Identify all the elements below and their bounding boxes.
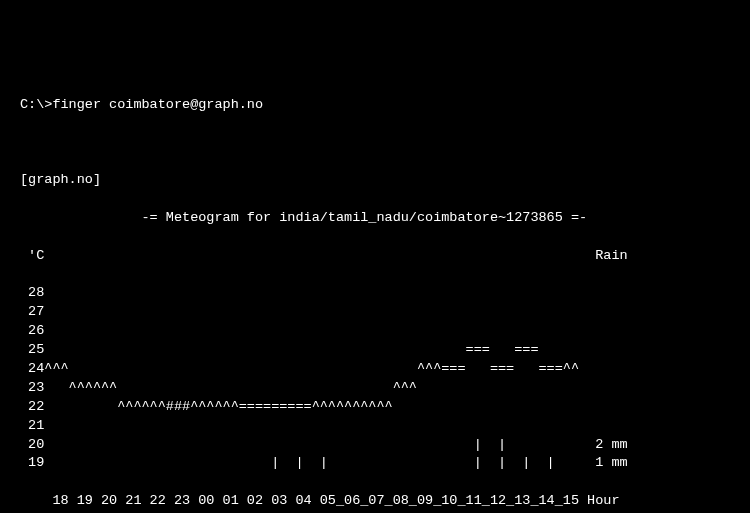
chart-row-26: 26 (20, 322, 730, 341)
meteogram-chart: 28 27 26 (20, 284, 730, 473)
chart-row-27: 27 (20, 303, 730, 322)
chart-row-25: 25 === === (20, 341, 730, 360)
chart-row-22: 22 ^^^^^^###^^^^^^=========^^^^^^^^^^ (20, 398, 730, 417)
chart-row-23: 23 ^^^^^^ ^^^ (20, 379, 730, 398)
command-prompt: C:\>finger coimbatore@graph.no (20, 96, 730, 115)
hour-axis: 18 19 20 21 22 23 00 01 02 03 04 05_06_0… (20, 492, 730, 511)
chart-row-19: 19 | | | | | | | 1 mm (20, 454, 730, 473)
axis-header: 'C Rain (20, 247, 730, 266)
chart-row-28: 28 (20, 284, 730, 303)
blank-line (20, 133, 730, 152)
meteogram-title: -= Meteogram for india/tamil_nadu/coimba… (20, 209, 730, 228)
host-header: [graph.no] (20, 171, 730, 190)
chart-row-20: 20 | | 2 mm (20, 436, 730, 455)
chart-row-24: 24^^^ ^^^=== === ===^^ (20, 360, 730, 379)
chart-row-21: 21 (20, 417, 730, 436)
